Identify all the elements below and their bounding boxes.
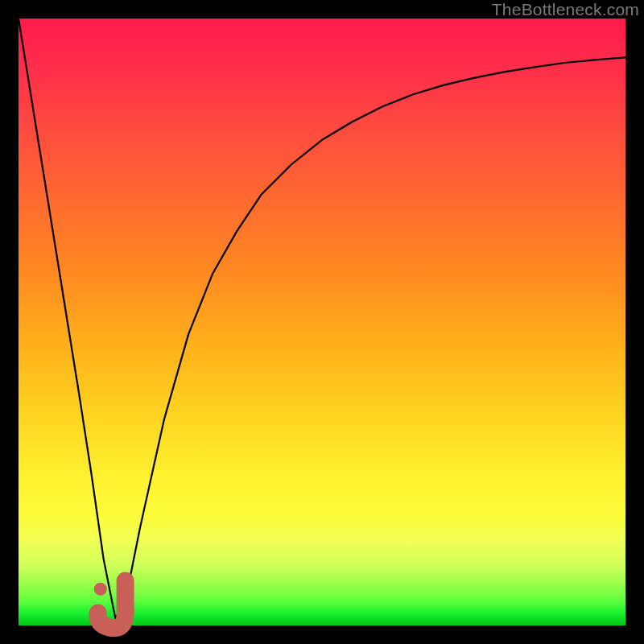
curves-svg xyxy=(19,19,625,625)
chart-frame: TheBottleneck.com xyxy=(0,0,644,644)
watermark-text: TheBottleneck.com xyxy=(492,0,639,19)
plot-area xyxy=(19,19,625,625)
svg-point-0 xyxy=(94,583,107,596)
bottleneck-curve xyxy=(19,19,625,620)
